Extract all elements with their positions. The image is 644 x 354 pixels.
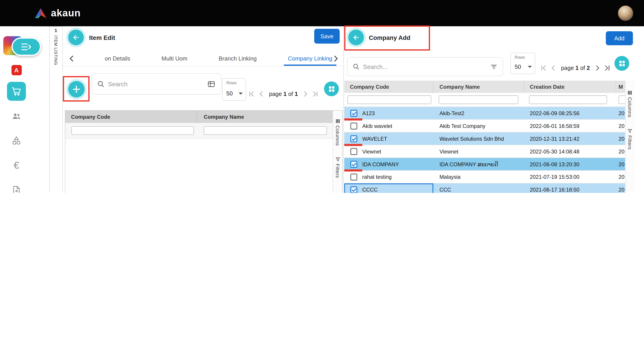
- back-button[interactable]: [348, 30, 364, 45]
- item-listing-count: 1: [54, 28, 57, 33]
- prev-page-icon[interactable]: [258, 91, 265, 97]
- column-header-modified-date[interactable]: M: [616, 81, 625, 93]
- annotation-underline: [344, 169, 362, 170]
- annotation-underline: [344, 144, 362, 145]
- table-row[interactable]: IDA COMPANY IDA COMPANY ສະບາຍດີ 2021-06-…: [344, 158, 625, 171]
- filter-input-company-name[interactable]: [438, 95, 518, 104]
- row-checkbox[interactable]: [350, 161, 357, 167]
- creation-date-cell: 2021-06-08 13:20:30: [530, 161, 580, 167]
- app-window: akaun A: [0, 0, 644, 193]
- tab-item-listing[interactable]: 1 ITEM LISTING: [50, 28, 62, 65]
- search-icon: [353, 63, 359, 70]
- sidebar-item-categories[interactable]: [0, 136, 33, 146]
- sidebar-item-file-export[interactable]: [0, 185, 33, 193]
- creation-date-cell: 2022-05-30 14:08:48: [530, 148, 580, 155]
- filter-list-icon[interactable]: [490, 63, 498, 71]
- row-checkbox[interactable]: [350, 186, 357, 193]
- modified-date-cell: 20: [618, 135, 624, 142]
- modified-date-cell: 20: [618, 110, 624, 116]
- brand-logo[interactable]: akaun: [34, 8, 80, 19]
- company-table: Company Code Company Name Creation Date …: [344, 81, 635, 193]
- table-row[interactable]: Akib wavelet Akib Test Company 2022-06-0…: [344, 120, 625, 132]
- item-edit-panel: Item Edit Save on Details Multi Uom Bran…: [62, 26, 343, 193]
- column-header-company-code[interactable]: Company Code: [344, 81, 433, 93]
- table-row[interactable]: Viewnet Viewnet 2022-05-30 14:08:48 20: [344, 145, 625, 158]
- creation-date-cell: 2021-07-19 15:53:00: [530, 174, 580, 180]
- tabs-scroll-left-icon[interactable]: [69, 55, 74, 62]
- side-tab-filters[interactable]: Filters: [627, 129, 633, 150]
- company-linking-table: Company Code Company Name No Rows To Sho…: [65, 110, 342, 193]
- back-button[interactable]: [68, 30, 84, 45]
- next-page-icon[interactable]: [302, 91, 308, 97]
- sidebar-toggle-icon: [21, 43, 32, 50]
- chevron-down-icon: [528, 66, 532, 68]
- search-input[interactable]: [108, 80, 207, 87]
- people-icon: [11, 111, 22, 121]
- column-header-company-name[interactable]: Company Name: [197, 111, 333, 123]
- add-button[interactable]: Add: [606, 31, 633, 45]
- columns-icon: [336, 119, 340, 123]
- tab-details[interactable]: on Details: [105, 55, 130, 62]
- row-checkbox[interactable]: [350, 173, 357, 180]
- table-header-row: Company Code Company Name Creation Date …: [344, 81, 625, 93]
- row-checkbox[interactable]: [350, 135, 357, 142]
- last-page-icon[interactable]: [312, 91, 318, 97]
- side-tab-filters[interactable]: Filters: [335, 157, 340, 178]
- company-table-rows: A123 Akib-Test2 2022-06-09 08:25:56 20 A…: [344, 107, 625, 193]
- side-tab-columns[interactable]: Columns: [627, 91, 633, 117]
- table-row[interactable]: A123 Akib-Test2 2022-06-09 08:25:56 20: [344, 107, 625, 120]
- columns-icon: [628, 91, 632, 95]
- user-avatar[interactable]: [618, 5, 634, 21]
- rows-per-page-select[interactable]: Rows 50: [222, 78, 246, 101]
- grid-view-button[interactable]: [324, 81, 339, 96]
- modified-date-cell: 20: [618, 161, 624, 167]
- sidebar: A €: [0, 26, 33, 193]
- grid-view-button[interactable]: [614, 56, 629, 71]
- tabs-scroll-right-icon[interactable]: [334, 55, 338, 62]
- grid-side-bar: Columns Filters: [333, 111, 342, 193]
- company-code-cell: Viewnet: [362, 148, 381, 155]
- row-checkbox[interactable]: [350, 122, 357, 129]
- page-indicator: page 1 of 1: [269, 91, 298, 97]
- sidebar-item-contacts[interactable]: [0, 111, 33, 121]
- first-page-icon[interactable]: [540, 65, 547, 71]
- add-company-link-button[interactable]: [68, 81, 84, 97]
- column-header-company-name[interactable]: Company Name: [433, 81, 524, 93]
- company-name-cell: Akib-Test2: [440, 110, 464, 116]
- first-page-icon[interactable]: [248, 91, 255, 97]
- sidebar-item-finance[interactable]: €: [0, 160, 33, 170]
- creation-date-cell: 2022-06-01 16:58:59: [530, 123, 580, 129]
- tab-multi-uom[interactable]: Multi Uom: [162, 55, 188, 62]
- rows-per-page-select[interactable]: Rows 50: [511, 53, 535, 74]
- sidebar-item-item-listing[interactable]: [0, 82, 33, 101]
- filter-input-company-code[interactable]: [72, 126, 194, 135]
- table-view-icon[interactable]: [207, 80, 216, 88]
- last-page-icon[interactable]: [604, 65, 610, 71]
- column-header-creation-date[interactable]: Creation Date: [524, 81, 616, 93]
- tab-branch-linking[interactable]: Branch Linking: [218, 55, 257, 62]
- table-row[interactable]: CCCC CCC 2021-06-17 16:18:50 20: [344, 184, 625, 193]
- column-header-company-code[interactable]: Company Code: [65, 111, 197, 123]
- table-row[interactable]: WAVELET Wavelet Solutions Sdn Bhd 2020-1…: [344, 132, 625, 145]
- filter-input-creation-date[interactable]: [529, 95, 607, 104]
- euro-icon: €: [14, 160, 19, 170]
- row-checkbox[interactable]: [350, 148, 357, 155]
- next-page-icon[interactable]: [594, 65, 600, 71]
- prev-page-icon[interactable]: [550, 65, 557, 71]
- sidebar-toggle-button[interactable]: [12, 37, 41, 56]
- chevron-down-icon: [238, 93, 242, 95]
- filter-input-modified-date[interactable]: [618, 95, 625, 104]
- company-code-cell: CCCC: [362, 187, 378, 193]
- filter-input-company-code[interactable]: [348, 95, 431, 104]
- sidebar-item-pdf[interactable]: A: [0, 65, 33, 75]
- search-field[interactable]: [92, 73, 221, 95]
- filter-input-company-name[interactable]: [204, 126, 327, 135]
- row-checkbox[interactable]: [350, 110, 357, 116]
- table-row[interactable]: rahat testing Malaysia 2021-07-19 15:53:…: [344, 171, 625, 184]
- tab-company-linking[interactable]: Company Linking: [288, 55, 332, 62]
- search-field[interactable]: [347, 57, 503, 76]
- save-button[interactable]: Save: [314, 29, 340, 44]
- search-input[interactable]: [363, 63, 490, 70]
- side-tab-columns[interactable]: Columns: [335, 119, 340, 146]
- creation-date-cell: 2020-12-31 13:21:42: [530, 135, 580, 142]
